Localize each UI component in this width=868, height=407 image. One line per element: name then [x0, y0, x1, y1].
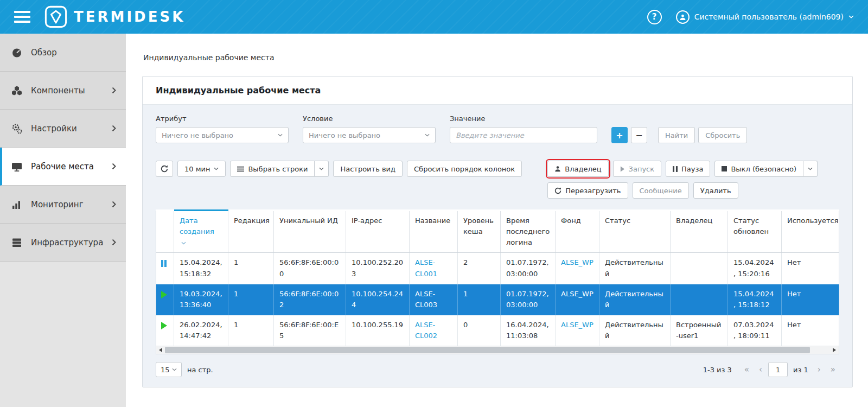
scrollbar-track[interactable] [165, 346, 830, 354]
first-page-button[interactable]: « [741, 364, 753, 376]
scroll-right-icon[interactable] [830, 346, 839, 354]
column-revision[interactable]: Редакция [228, 211, 274, 253]
cell-used: Нет [782, 284, 839, 315]
table-row[interactable]: 15.04.2024, 15:18:32156:6F:8F:6E:00:0010… [156, 253, 839, 284]
column-status-updated[interactable]: Статус обновлен [728, 211, 782, 253]
table-row[interactable]: 19.03.2024, 13:36:40156:6F:8F:6E:00:0210… [156, 284, 839, 315]
pause-label: Пауза [681, 165, 703, 173]
help-icon[interactable]: ? [647, 10, 662, 24]
delete-button[interactable]: Удалить [693, 182, 738, 199]
scrollbar-thumb[interactable] [165, 347, 810, 353]
attribute-select[interactable]: Ничего не выбрано [156, 127, 289, 143]
user-menu[interactable]: Системный пользователь (admin609) [676, 10, 854, 24]
workplace-link[interactable]: ALSE-CL002 [415, 321, 437, 340]
horizontal-scrollbar[interactable] [156, 346, 839, 354]
attribute-label: Атрибут [156, 115, 289, 123]
select-rows-button[interactable]: Выбрать строки [230, 161, 315, 177]
chevron-down-icon [319, 167, 324, 170]
poweroff-button[interactable]: Выкл (безопасно) [714, 161, 803, 177]
attribute-select-value: Ничего не выбрано [162, 131, 233, 139]
workplaces-panel: Индивидуальные рабочие места Атрибут Нич… [142, 76, 853, 387]
column-ip[interactable]: IP-адрес [346, 211, 410, 253]
topbar: TERMIDESK ? Системный пользователь (admi… [0, 0, 868, 34]
refresh-interval-label: 10 мин [184, 165, 210, 173]
sidebar-item-settings[interactable]: Настройки [0, 110, 126, 148]
pause-icon [161, 260, 167, 267]
prev-page-button[interactable]: ‹ [755, 364, 766, 376]
reset-column-order-button[interactable]: Сбросить порядок колонок [407, 161, 522, 177]
pool-link[interactable]: ALSE_WP [561, 290, 593, 298]
menu-toggle-icon[interactable] [14, 8, 30, 26]
column-created[interactable]: Дата создания [174, 211, 228, 253]
poweroff-dropdown[interactable] [803, 161, 818, 177]
sidebar-item-infrastructure[interactable]: Инфраструктура [0, 224, 126, 262]
remove-filter-button[interactable]: − [631, 127, 647, 143]
cell-uid: 56:6F:8F:6E:00:E5 [274, 315, 346, 346]
cell-owner: Встроенный-user1 [671, 315, 728, 346]
column-name[interactable]: Название [410, 211, 458, 253]
cell-last_login: 01.07.1972, 03:00:00 [501, 284, 556, 315]
sidebar-item-label: Настройки [31, 124, 77, 133]
cell-cache: 0 [458, 315, 501, 346]
column-owner[interactable]: Владелец [671, 211, 728, 253]
column-label: Дата создания [180, 217, 214, 236]
reset-filter-button[interactable]: Сбросить [698, 127, 747, 143]
find-button[interactable]: Найти [658, 127, 695, 143]
cell-status_updated: 15.04.2024, 15:18:12 [728, 284, 782, 315]
column-state [156, 211, 174, 253]
sidebar-item-label: Компоненты [31, 86, 85, 96]
refresh-interval-button[interactable]: 10 мин [177, 161, 226, 177]
column-cache[interactable]: Уровень кеша [458, 211, 501, 253]
cell-used: Нет [782, 253, 839, 284]
scroll-left-icon[interactable] [156, 346, 165, 354]
cell-owner [671, 284, 728, 315]
reboot-label: Перезагрузить [565, 187, 621, 195]
components-icon [11, 85, 23, 96]
refresh-button[interactable] [156, 161, 173, 177]
condition-select[interactable]: Ничего не выбрано [303, 127, 436, 143]
chevron-right-icon [112, 125, 116, 132]
cell-created: 26.02.2024, 14:47:42 [174, 315, 228, 346]
chevron-down-icon [848, 15, 854, 18]
column-status[interactable]: Статус [599, 211, 671, 253]
sidebar-item-monitoring[interactable]: Мониторинг [0, 186, 126, 224]
workplace-link[interactable]: ALSE-CL001 [415, 258, 437, 277]
column-used[interactable]: Используется [782, 211, 839, 253]
column-last-login[interactable]: Время последнего логина [501, 211, 556, 253]
workplace-link[interactable]: ALSE-CL003 [415, 290, 437, 309]
pool-link[interactable]: ALSE_WP [561, 321, 593, 329]
sidebar-item-label: Рабочие места [31, 162, 94, 171]
sidebar-item-label: Обзор [31, 48, 57, 58]
current-page-input[interactable]: 1 [768, 362, 788, 377]
sidebar-item-components[interactable]: Компоненты [0, 72, 126, 110]
select-rows-dropdown[interactable] [315, 161, 329, 177]
range-label: 1-3 из 3 [703, 366, 732, 374]
table-row[interactable]: 26.02.2024, 14:47:42156:6F:8F:6E:00:E510… [156, 315, 839, 346]
pause-button[interactable]: Пауза [666, 161, 710, 177]
next-page-button[interactable]: › [814, 364, 825, 376]
page-size-select[interactable]: 15 [156, 362, 182, 377]
pagination: « ‹ 1 из 1 › » [741, 362, 839, 377]
chevron-down-icon [425, 133, 430, 137]
cell-cache: 1 [458, 284, 501, 315]
owner-button[interactable]: Владелец [547, 161, 608, 177]
cell-status: Действительный [599, 315, 671, 346]
play-icon [161, 291, 167, 298]
value-label: Значение [450, 115, 597, 123]
sidebar-item-overview[interactable]: Обзор [0, 34, 126, 72]
filter-bar: Атрибут Ничего не выбрано Условие Ничего… [156, 115, 839, 143]
column-pool[interactable]: Фонд [556, 211, 599, 253]
sidebar-item-workplaces[interactable]: Рабочие места [0, 148, 126, 186]
message-button[interactable]: Сообщение [633, 182, 689, 199]
list-icon [237, 166, 244, 173]
column-uid[interactable]: Уникальный ИД [274, 211, 346, 253]
reboot-button[interactable]: Перезагрузить [547, 182, 628, 199]
pool-link[interactable]: ALSE_WP [561, 258, 593, 266]
last-page-button[interactable]: » [827, 364, 839, 376]
poweroff-label: Выкл (безопасно) [731, 165, 796, 173]
value-input[interactable] [450, 127, 597, 143]
start-button[interactable]: Запуск [613, 161, 662, 177]
cell-owner [671, 253, 728, 284]
add-filter-button[interactable]: + [611, 127, 628, 143]
configure-view-button[interactable]: Настроить вид [333, 161, 403, 177]
